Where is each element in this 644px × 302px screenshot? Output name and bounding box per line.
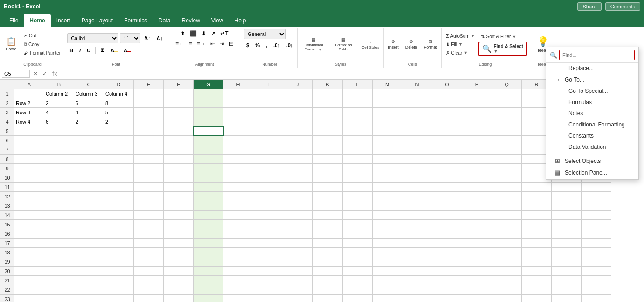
cell-S23[interactable] bbox=[552, 295, 582, 302]
cell-F8[interactable] bbox=[164, 155, 194, 164]
cell-E17[interactable] bbox=[134, 239, 164, 248]
cell-C9[interactable] bbox=[74, 164, 104, 173]
cell-B18[interactable] bbox=[44, 248, 74, 257]
currency-button[interactable]: $ bbox=[244, 41, 251, 50]
cell-D8[interactable] bbox=[104, 155, 134, 164]
cell-A15[interactable] bbox=[14, 220, 44, 229]
cell-N8[interactable] bbox=[402, 155, 432, 164]
cell-N6[interactable] bbox=[402, 136, 432, 145]
cell-A5[interactable] bbox=[14, 126, 44, 136]
cell-H15[interactable] bbox=[223, 220, 253, 229]
tab-home[interactable]: Home bbox=[24, 14, 50, 27]
cell-K15[interactable] bbox=[313, 220, 343, 229]
cell-M7[interactable] bbox=[373, 145, 402, 155]
cell-M5[interactable] bbox=[373, 126, 402, 136]
cell-O13[interactable] bbox=[432, 201, 462, 211]
cell-G4[interactable] bbox=[194, 117, 223, 126]
cell-K9[interactable] bbox=[313, 164, 343, 173]
cell-ref-box[interactable]: G5 bbox=[2, 70, 30, 78]
col-header-G[interactable]: G bbox=[194, 80, 223, 89]
cell-T22[interactable] bbox=[582, 285, 611, 295]
cell-S16[interactable] bbox=[552, 229, 582, 239]
cell-B1[interactable]: Column 2 bbox=[44, 89, 74, 98]
cell-P20[interactable] bbox=[462, 267, 492, 276]
cell-N19[interactable] bbox=[402, 257, 432, 267]
cell-G13[interactable] bbox=[194, 201, 223, 211]
cell-T17[interactable] bbox=[582, 239, 611, 248]
dropdown-item-notes[interactable]: Notes bbox=[546, 108, 638, 119]
cell-P3[interactable] bbox=[462, 108, 492, 117]
share-button[interactable]: Share bbox=[577, 2, 601, 11]
cell-K23[interactable] bbox=[313, 295, 343, 302]
cell-D3[interactable]: 5 bbox=[104, 108, 134, 117]
cell-O20[interactable] bbox=[432, 267, 462, 276]
col-header-J[interactable]: J bbox=[283, 80, 313, 89]
cell-E6[interactable] bbox=[134, 136, 164, 145]
cell-L20[interactable] bbox=[343, 267, 373, 276]
cell-Q7[interactable] bbox=[492, 145, 522, 155]
cell-Q21[interactable] bbox=[492, 276, 522, 285]
cell-A9[interactable] bbox=[14, 164, 44, 173]
cell-S11[interactable] bbox=[552, 183, 582, 192]
cell-C21[interactable] bbox=[74, 276, 104, 285]
tab-insert[interactable]: Insert bbox=[51, 14, 76, 27]
cell-L9[interactable] bbox=[343, 164, 373, 173]
cell-N16[interactable] bbox=[402, 229, 432, 239]
cell-A16[interactable] bbox=[14, 229, 44, 239]
cell-N15[interactable] bbox=[402, 220, 432, 229]
cell-S20[interactable] bbox=[552, 267, 582, 276]
cell-J19[interactable] bbox=[283, 257, 313, 267]
format-as-table-button[interactable]: ▦ Format as Table bbox=[329, 35, 357, 53]
cell-N12[interactable] bbox=[402, 192, 432, 201]
cell-G8[interactable] bbox=[194, 155, 223, 164]
autosum-button[interactable]: Σ AutoSum ▼ bbox=[443, 32, 477, 40]
format-cells-button[interactable]: ⊟ Format bbox=[422, 37, 440, 51]
cell-T11[interactable] bbox=[582, 183, 611, 192]
cell-C19[interactable] bbox=[74, 257, 104, 267]
cell-F5[interactable] bbox=[164, 126, 194, 136]
col-header-L[interactable]: L bbox=[343, 80, 373, 89]
cell-P6[interactable] bbox=[462, 136, 492, 145]
number-format-select[interactable]: General bbox=[244, 29, 286, 39]
cell-I3[interactable] bbox=[253, 108, 283, 117]
cell-H12[interactable] bbox=[223, 192, 253, 201]
comma-button[interactable]: , bbox=[263, 41, 270, 50]
tab-data[interactable]: Data bbox=[153, 14, 176, 27]
cell-I11[interactable] bbox=[253, 183, 283, 192]
cell-K16[interactable] bbox=[313, 229, 343, 239]
font-size-select[interactable]: 11 bbox=[120, 33, 140, 43]
cell-C6[interactable] bbox=[74, 136, 104, 145]
cell-H23[interactable] bbox=[223, 295, 253, 302]
cell-I15[interactable] bbox=[253, 220, 283, 229]
cell-A22[interactable] bbox=[14, 285, 44, 295]
cell-J1[interactable] bbox=[283, 89, 313, 98]
cancel-formula-button[interactable]: ✕ bbox=[32, 70, 39, 77]
cell-H4[interactable] bbox=[223, 117, 253, 126]
cell-L5[interactable] bbox=[343, 126, 373, 136]
cell-G9[interactable] bbox=[194, 164, 223, 173]
cell-N14[interactable] bbox=[402, 211, 432, 220]
cell-F14[interactable] bbox=[164, 211, 194, 220]
cell-K22[interactable] bbox=[313, 285, 343, 295]
cell-S19[interactable] bbox=[552, 257, 582, 267]
col-header-Q[interactable]: Q bbox=[492, 80, 522, 89]
cell-P1[interactable] bbox=[462, 89, 492, 98]
cell-R21[interactable] bbox=[522, 276, 552, 285]
cell-T16[interactable] bbox=[582, 229, 611, 239]
paste-button[interactable]: 📋 Paste bbox=[2, 35, 21, 54]
cell-C7[interactable] bbox=[74, 145, 104, 155]
cell-D12[interactable] bbox=[104, 192, 134, 201]
cell-H3[interactable] bbox=[223, 108, 253, 117]
decrease-indent-button[interactable]: ⇤ bbox=[208, 39, 217, 49]
cell-M21[interactable] bbox=[373, 276, 402, 285]
cell-E21[interactable] bbox=[134, 276, 164, 285]
cell-S13[interactable] bbox=[552, 201, 582, 211]
cell-O2[interactable] bbox=[432, 98, 462, 108]
cell-S12[interactable] bbox=[552, 192, 582, 201]
italic-button[interactable]: I bbox=[77, 46, 83, 55]
cell-E20[interactable] bbox=[134, 267, 164, 276]
cell-D23[interactable] bbox=[104, 295, 134, 302]
cell-E1[interactable] bbox=[134, 89, 164, 98]
cell-D10[interactable] bbox=[104, 173, 134, 183]
cell-Q19[interactable] bbox=[492, 257, 522, 267]
